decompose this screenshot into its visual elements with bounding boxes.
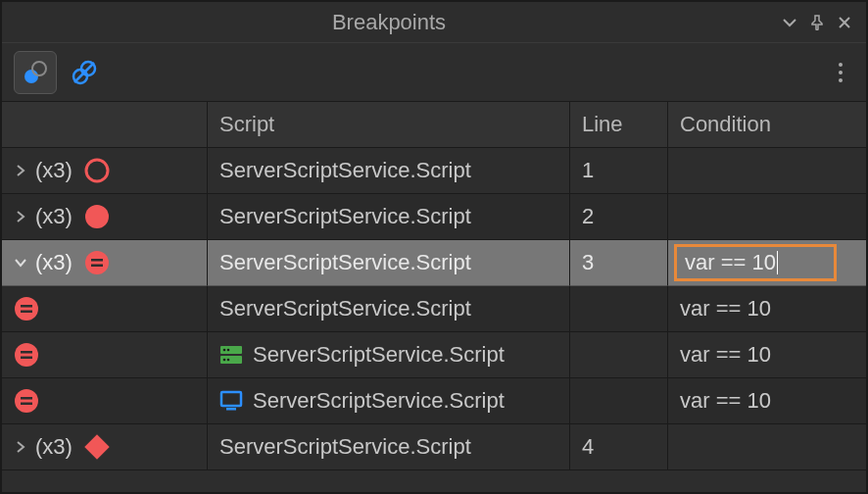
svg-point-7 [839,78,843,82]
table-row[interactable]: ServerScriptService.Scriptvar == 10 [2,378,866,424]
dropdown-icon[interactable] [776,9,803,36]
table-header: Script Line Condition [2,102,866,148]
svg-point-16 [15,343,38,367]
breakpoint-equals-icon[interactable] [12,294,41,323]
svg-rect-30 [84,434,109,459]
breakpoint-cell [2,378,208,424]
breakpoint-circle-filled-icon[interactable] [82,202,112,231]
condition-cell[interactable]: var == 10 [668,378,866,424]
title-bar: Breakpoints [2,2,866,43]
column-header-breakpoint[interactable] [2,102,208,148]
column-header-line[interactable]: Line [570,102,668,148]
svg-line-4 [74,63,94,82]
script-path: ServerScriptService.Script [253,388,505,414]
client-icon [219,390,243,412]
breakpoint-cell: (x3) [2,240,208,286]
condition-input-value: var == 10 [685,250,776,275]
pin-icon[interactable] [803,9,831,36]
line-cell: 4 [570,424,668,470]
breakpoint-circle-outline-icon[interactable] [82,156,112,185]
panel-title: Breakpoints [2,10,776,35]
condition-cell[interactable] [668,194,866,240]
svg-point-5 [839,63,843,67]
svg-rect-12 [91,265,103,268]
chevron-down-icon[interactable] [10,252,31,273]
chevron-right-icon[interactable] [10,436,31,458]
line-cell [570,332,668,378]
script-path: ServerScriptService.Script [219,296,471,321]
breakpoint-cell: (x3) [2,424,208,470]
svg-point-24 [227,359,230,362]
script-cell: ServerScriptService.Script [208,332,570,378]
svg-point-6 [839,71,843,74]
script-cell: ServerScriptService.Script [208,240,570,286]
svg-rect-17 [21,351,32,354]
breakpoints-table: Script Line Condition (x3)ServerScriptSe… [2,102,866,492]
chevron-right-icon[interactable] [10,160,31,181]
svg-rect-29 [226,408,236,411]
breakpoint-cell: (x3) [2,194,208,240]
svg-point-8 [86,160,108,181]
svg-rect-11 [91,259,103,262]
line-cell [570,286,668,332]
svg-rect-14 [21,305,32,308]
script-path: ServerScriptService.Script [219,204,471,229]
svg-point-22 [227,349,230,352]
condition-cell[interactable] [668,148,866,194]
breakpoint-equals-icon[interactable] [12,386,41,416]
table-row[interactable]: (x3)ServerScriptService.Script2 [2,194,866,240]
single-breakpoint-toggle[interactable] [14,51,57,94]
script-cell: ServerScriptService.Script [208,148,570,194]
all-breakpoints-toggle[interactable] [63,51,106,94]
line-cell: 1 [570,148,668,194]
svg-point-23 [223,359,226,362]
svg-point-0 [24,70,38,83]
svg-rect-15 [21,311,32,314]
script-cell: ServerScriptService.Script [208,286,570,332]
breakpoint-count: (x3) [35,204,72,229]
server-icon [219,344,243,366]
breakpoint-equals-icon[interactable] [82,248,112,277]
svg-rect-18 [21,357,32,360]
condition-cell[interactable]: var == 10 [668,332,866,378]
breakpoints-panel: Breakpoints [1,1,867,493]
table-row[interactable]: (x3)ServerScriptService.Script3var == 10 [2,240,866,286]
condition-editor[interactable]: var == 10 [674,244,837,281]
script-cell: ServerScriptService.Script [208,424,570,470]
svg-rect-27 [21,403,32,406]
breakpoint-cell: (x3) [2,148,208,194]
svg-rect-28 [221,392,241,406]
column-header-script[interactable]: Script [208,102,570,148]
breakpoint-count: (x3) [35,158,72,183]
svg-point-1 [32,62,46,75]
breakpoint-cell [2,332,208,378]
svg-point-9 [85,205,109,228]
script-path: ServerScriptService.Script [219,158,471,183]
breakpoint-count: (x3) [35,434,72,460]
svg-point-13 [15,297,38,321]
table-row[interactable]: (x3)ServerScriptService.Script1 [2,148,866,194]
chevron-right-icon[interactable] [10,206,31,227]
svg-point-25 [15,389,38,413]
table-row[interactable]: ServerScriptService.Scriptvar == 10 [2,286,866,332]
svg-rect-26 [21,397,32,400]
breakpoint-equals-icon[interactable] [12,340,41,370]
condition-cell[interactable] [668,424,866,470]
close-icon[interactable] [831,9,858,36]
condition-cell[interactable]: var == 10 [668,240,866,286]
line-cell [570,378,668,424]
table-row[interactable]: ServerScriptService.Scriptvar == 10 [2,332,866,378]
text-caret [777,251,778,274]
script-path: ServerScriptService.Script [253,342,505,368]
more-options-icon[interactable] [827,51,854,94]
breakpoint-diamond-icon[interactable] [82,432,112,462]
script-path: ServerScriptService.Script [219,250,471,275]
script-path: ServerScriptService.Script [219,434,471,460]
breakpoint-cell [2,286,208,332]
condition-cell[interactable]: var == 10 [668,286,866,332]
svg-point-10 [85,251,109,274]
table-row[interactable]: (x3)ServerScriptService.Script4 [2,424,866,470]
column-header-condition[interactable]: Condition [668,102,866,148]
line-cell: 3 [570,240,668,286]
svg-point-21 [223,349,226,352]
